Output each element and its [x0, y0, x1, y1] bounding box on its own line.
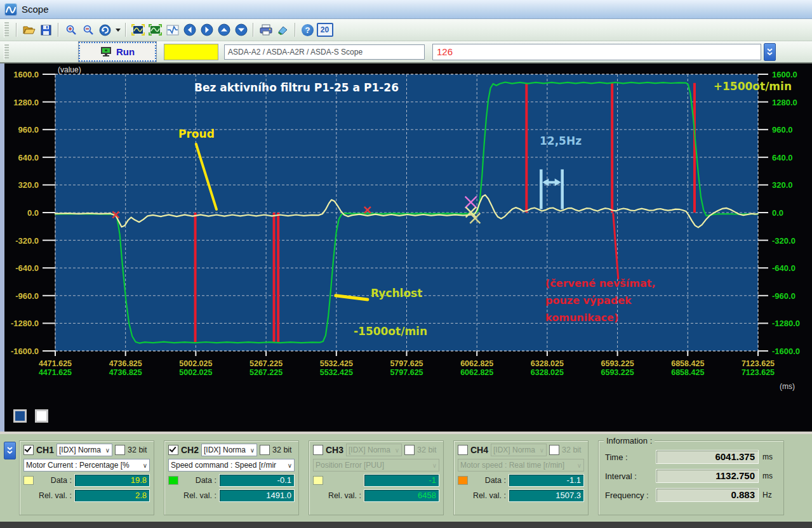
chevron-down-icon: ∨	[249, 447, 255, 454]
sample-count-input[interactable]	[432, 44, 761, 60]
ch4-data-label: Data :	[470, 476, 506, 485]
control-bar: Run ASDA-A2 / ASDA-A2R / ASDA-S Scope	[0, 41, 812, 63]
svg-text:5267.225: 5267.225	[250, 359, 283, 368]
open-file-button[interactable]	[20, 22, 37, 39]
ch1-data-value: 19.8	[74, 474, 150, 487]
svg-text:1600.0: 1600.0	[13, 70, 39, 79]
svg-text:1280.0: 1280.0	[13, 98, 39, 107]
ch1-32bit-checkbox[interactable]	[115, 445, 125, 455]
ch2-rel-label: Rel. val. :	[181, 491, 216, 500]
titlebar: Scope	[0, 0, 812, 19]
channel-box-ch3: CH3 [IDX] Norma∨ 32 bit Position Error […	[309, 440, 444, 515]
ch3-name: CH3	[326, 445, 343, 455]
main-toolbar: ? 20	[0, 19, 812, 41]
ch2-rel-value: 1491.0	[219, 489, 295, 502]
save-floppy-icon	[41, 25, 51, 36]
save-button[interactable]	[37, 22, 55, 39]
svg-text:-640.0: -640.0	[15, 263, 39, 273]
ch2-signal-select[interactable]: Speed command : Speed [r/mir∨	[168, 459, 295, 472]
ch3-rel-label: Rel. val. :	[326, 491, 361, 500]
run-label: Run	[116, 46, 135, 57]
ch4-32bit-checkbox[interactable]	[549, 445, 559, 455]
svg-text:5532.425: 5532.425	[320, 368, 353, 377]
ch4-enable-checkbox[interactable]	[458, 445, 468, 455]
interval-value: 1132.750	[656, 469, 759, 483]
scope-plot-region: 4471.6254471.6254736.8254736.8255002.025…	[0, 63, 812, 432]
pan-right-button[interactable]	[198, 22, 215, 39]
ch2-32bit-checkbox[interactable]	[260, 445, 270, 455]
chevron-down-icon: ∨	[576, 462, 582, 469]
time-label: Time :	[605, 452, 656, 462]
collapse-channels-button[interactable]	[4, 442, 16, 459]
double-chevron-down-icon	[766, 48, 773, 56]
ch1-signal-select[interactable]: Motor Current : Percentage [%∨	[23, 459, 150, 472]
status-indicator	[164, 44, 218, 60]
svg-text:5002.025: 5002.025	[179, 359, 212, 368]
expand-options-button[interactable]	[764, 43, 776, 61]
scope-plot[interactable]: 4471.6254471.6254736.8254736.8255002.025…	[4, 63, 812, 432]
ch3-mode-select: [IDX] Norma∨	[346, 444, 402, 456]
trace-toggle-white[interactable]	[35, 409, 48, 423]
ch2-name: CH2	[181, 445, 199, 455]
ch3-32bit-checkbox[interactable]	[404, 445, 415, 455]
chevron-down-icon: ∨	[104, 447, 110, 454]
svg-text:-1280.0: -1280.0	[772, 319, 800, 328]
control-bar-grip[interactable]	[4, 44, 9, 60]
chevron-down-icon: ∨	[394, 447, 399, 454]
chevron-down-icon: ∨	[286, 462, 292, 469]
proud-annotation: Proud	[178, 128, 215, 140]
ch4-color-swatch[interactable]	[458, 476, 468, 485]
svg-text:4736.825: 4736.825	[109, 368, 142, 377]
scope-window: Scope	[0, 0, 812, 528]
pan-left-button[interactable]	[181, 22, 198, 39]
channel-box-ch1: CH1 [IDX] Norma∨ 32 bit Motor Current : …	[19, 440, 154, 515]
ch1-color-swatch[interactable]	[23, 476, 34, 485]
ch4-data-value: -1.1	[509, 474, 584, 487]
svg-text:320.0: 320.0	[18, 180, 39, 190]
zoom-in-button[interactable]	[62, 22, 79, 39]
zoom-out-button[interactable]	[79, 22, 97, 39]
trace-toggle-blue[interactable]	[13, 409, 27, 423]
svg-text:640.0: 640.0	[18, 153, 39, 162]
ch2-mode-select[interactable]: [IDX] Norma∨	[201, 444, 257, 456]
monitor-icon	[100, 46, 112, 57]
zoom-options-button[interactable]	[114, 22, 122, 39]
chevron-down-icon: ∨	[538, 447, 544, 454]
help-button[interactable]: ?	[299, 22, 316, 39]
registers-button[interactable]: 20	[316, 22, 333, 39]
open-folder-icon	[23, 25, 36, 35]
capture-ch-yellow-button[interactable]	[130, 22, 147, 39]
pan-up-button[interactable]	[215, 22, 232, 39]
capture-ch-green-button[interactable]	[147, 22, 164, 39]
interval-unit: ms	[762, 472, 773, 480]
ch1-mode-select[interactable]: [IDX] Norma∨	[57, 444, 112, 456]
svg-text:-960.0: -960.0	[772, 291, 795, 301]
svg-text:320.0: 320.0	[772, 180, 793, 190]
ch1-enable-checkbox[interactable]	[23, 445, 34, 455]
ch1-name: CH1	[36, 445, 54, 455]
minus-speed-annotation: -1500ot/min	[354, 325, 427, 338]
toolbar-grip[interactable]	[4, 22, 9, 37]
pan-down-button[interactable]	[232, 22, 250, 39]
ch2-color-swatch[interactable]	[168, 476, 178, 485]
scope-profile-select[interactable]: ASDA-A2 / ASDA-A2R / ASDA-S Scope	[224, 44, 425, 60]
help-icon: ?	[302, 24, 314, 36]
zoom-reset-button[interactable]	[97, 22, 114, 39]
time-value: 6041.375	[656, 450, 759, 464]
ch1-data-label: Data :	[36, 476, 72, 485]
show-waveform-button[interactable]	[164, 22, 181, 39]
svg-text:6858.425: 6858.425	[671, 359, 704, 368]
svg-text:5267.225: 5267.225	[250, 368, 283, 377]
ch3-signal-select: Position Error [PUU]∨	[313, 459, 439, 472]
ch1-32bit-label: 32 bit	[128, 446, 147, 454]
plot-title-annotation: Bez aktivního filtru P1-25 a P1-26	[157, 81, 436, 94]
run-button[interactable]: Run	[79, 42, 156, 62]
ch3-color-swatch[interactable]	[313, 476, 323, 485]
print-button[interactable]	[257, 22, 274, 39]
ch2-enable-checkbox[interactable]	[168, 445, 178, 455]
ch3-enable-checkbox[interactable]	[313, 445, 323, 455]
frequency-label: Frequency :	[605, 491, 656, 500]
eraser-icon	[277, 24, 289, 36]
clear-graph-button[interactable]	[274, 22, 291, 39]
capture-green-icon	[149, 24, 162, 36]
